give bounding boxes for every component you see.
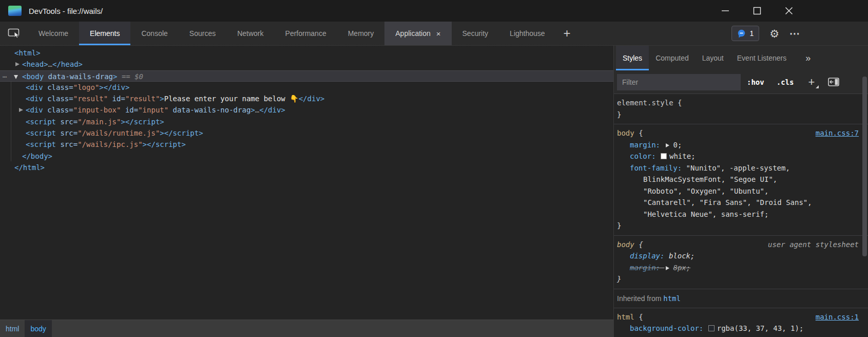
dom-node-row[interactable]: ⋯<body data-wails-drag> == $0 <box>0 70 613 82</box>
css-declaration[interactable]: background-color: rgba(33, 37, 43, 1); <box>617 323 858 334</box>
css-declaration[interactable]: text-align: center; <box>617 334 858 337</box>
dom-node-row[interactable]: <div class="input-box" id="input" data-w… <box>0 104 613 116</box>
rule-selector[interactable]: body <box>617 240 634 249</box>
minimize-button[interactable] <box>713 0 737 22</box>
code-token: data-wails-drag <box>44 72 113 81</box>
tab-layout[interactable]: Layout <box>696 46 730 70</box>
tab-label: Elements <box>90 29 120 38</box>
main-tab-strip: WelcomeElementsConsoleSourcesNetworkPerf… <box>28 22 556 45</box>
code-token: "input" <box>138 106 168 114</box>
dom-node-row[interactable]: <div class="result" id="result">Please e… <box>0 93 613 104</box>
issues-count: 1 <box>749 29 754 38</box>
dom-node-row[interactable]: <script src="/wails/runtime.js"></script… <box>0 127 613 139</box>
styles-filter-bar: :hov .cls + <box>614 70 868 94</box>
node-overflow-dots: ⋯ <box>3 71 8 82</box>
tab-event-listeners[interactable]: Event Listeners <box>730 46 794 70</box>
tab-memory[interactable]: Memory <box>337 22 385 45</box>
class-toggle[interactable]: .cls <box>777 78 794 86</box>
css-declaration[interactable]: color: white; <box>617 151 858 162</box>
tab-application[interactable]: Application× <box>384 22 451 45</box>
collapse-arrow-icon[interactable] <box>19 108 23 112</box>
add-tab-button[interactable]: + <box>556 22 578 45</box>
styles-rule-list: element.style {}body {main.css:7margin: … <box>614 94 868 337</box>
code-token: <div <box>26 106 43 114</box>
tab-styles[interactable]: Styles <box>616 46 649 70</box>
tab-label: Application <box>395 29 431 38</box>
maximize-button[interactable] <box>745 0 769 22</box>
overflow-tabs-icon[interactable]: » <box>805 53 811 64</box>
settings-gear-icon[interactable]: ⚙ <box>769 28 779 39</box>
new-style-rule-button[interactable]: + <box>808 77 815 88</box>
close-brace: } <box>617 273 858 285</box>
dom-node-row[interactable]: <div class="logo"></div> <box>0 82 613 93</box>
tab-console[interactable]: Console <box>130 22 178 45</box>
tab-sources[interactable]: Sources <box>179 22 226 45</box>
css-declaration[interactable]: margin: 8px; <box>617 262 858 274</box>
more-options-icon[interactable]: ⋯ <box>789 28 801 39</box>
expand-shorthand-icon[interactable] <box>666 143 669 147</box>
color-swatch[interactable] <box>661 153 667 159</box>
window-controls <box>713 0 801 22</box>
issues-counter-button[interactable]: 1 <box>731 26 759 41</box>
rule-selector[interactable]: body <box>617 129 634 137</box>
stylesheet-source-link[interactable]: main.css:7 <box>816 127 859 139</box>
rule-selector[interactable]: element.style <box>617 99 673 107</box>
open-brace: { <box>673 99 682 107</box>
dom-node-row[interactable]: <head>…</head> <box>0 59 613 70</box>
tab-label: Memory <box>348 29 374 38</box>
inspect-element-button[interactable] <box>0 22 28 45</box>
tab-performance[interactable]: Performance <box>275 22 337 45</box>
css-declaration[interactable]: margin: 0; <box>617 139 858 151</box>
css-property-value: white; <box>669 152 696 160</box>
tab-security[interactable]: Security <box>452 22 499 45</box>
tab-label: Console <box>141 29 167 38</box>
code-token: "result" <box>73 95 108 103</box>
devtools-app-icon <box>8 6 22 16</box>
close-button[interactable] <box>777 0 801 22</box>
expand-shorthand-icon[interactable] <box>666 266 669 270</box>
tab-welcome[interactable]: Welcome <box>28 22 79 45</box>
code-token: <div <box>26 83 43 91</box>
tab-computed[interactable]: Computed <box>649 46 696 70</box>
breadcrumb-body[interactable]: body <box>25 320 51 337</box>
styles-filter-input[interactable] <box>617 74 741 90</box>
css-declaration[interactable]: font-family: "Nunito", -apple-system,Bli… <box>617 162 858 220</box>
code-token: <head> <box>22 60 48 68</box>
tab-lighthouse[interactable]: Lighthouse <box>499 22 556 45</box>
rule-selector-line: element.style { <box>617 97 858 109</box>
toggle-sidebar-button[interactable] <box>828 78 839 86</box>
pseudo-class-toggle[interactable]: :hov <box>747 78 764 86</box>
code-token: "result" <box>125 95 160 103</box>
style-rule: element.style {} <box>614 94 868 124</box>
close-tab-icon[interactable]: × <box>436 29 441 38</box>
breadcrumb-html[interactable]: html <box>0 320 25 337</box>
code-token: ></script> <box>160 129 203 137</box>
css-declaration[interactable]: display: block; <box>617 250 858 262</box>
expand-arrow-icon[interactable] <box>14 75 18 79</box>
code-token: src= <box>56 140 78 148</box>
styles-scrollbar[interactable] <box>862 77 867 256</box>
tab-network[interactable]: Network <box>226 22 274 45</box>
tab-elements[interactable]: Elements <box>79 22 130 45</box>
code-token: id= <box>108 95 125 103</box>
dom-node-row[interactable]: <script src="/wails/ipc.js"></script> <box>0 139 613 150</box>
elements-panel: <html><head>…</head>⋯<body data-wails-dr… <box>0 46 614 337</box>
dom-node-row[interactable]: <html> <box>0 47 613 59</box>
css-property-value: 0; <box>673 141 682 149</box>
issues-bubble-icon <box>737 29 746 38</box>
overridden-declaration: margin: 8px; <box>630 264 690 272</box>
inherited-from-label: Inherited from <box>617 294 663 303</box>
color-swatch[interactable] <box>708 325 715 331</box>
code-token: </head> <box>52 60 83 68</box>
dom-node-row[interactable]: </html> <box>0 162 613 173</box>
style-rule: html {main.css:1background-color: rgba(3… <box>614 308 868 337</box>
code-token: == $0 <box>117 72 143 81</box>
dom-node-row[interactable]: </body> <box>0 151 613 162</box>
rule-selector[interactable]: html <box>617 313 634 321</box>
stylesheet-source-link[interactable]: main.css:1 <box>816 311 859 323</box>
inherited-node-link[interactable]: html <box>663 294 681 303</box>
collapse-arrow-icon[interactable] <box>15 62 20 66</box>
maximize-icon <box>753 7 761 15</box>
code-token: ></script> <box>143 140 186 148</box>
dom-node-row[interactable]: <script src="/main.js"></script> <box>0 116 613 127</box>
